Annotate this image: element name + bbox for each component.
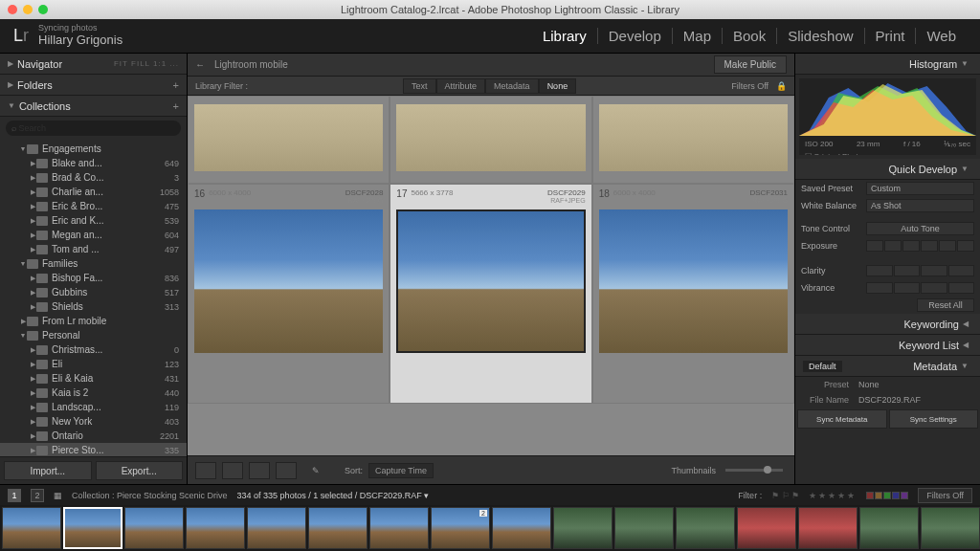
quick-develop-header[interactable]: Quick Develop▼	[795, 159, 980, 180]
filmstrip-thumb[interactable]	[186, 507, 245, 549]
filmstrip-thumb[interactable]	[2, 507, 61, 549]
lock-icon[interactable]: 🔒	[776, 81, 787, 91]
collapse-arrow-icon[interactable]: ▼	[8, 101, 15, 110]
screen-1-button[interactable]: 1	[8, 489, 21, 502]
screen-2-button[interactable]: 2	[31, 489, 44, 502]
collection-item[interactable]: ▶New York403	[0, 414, 187, 429]
collection-item[interactable]: ▶Bishop Fa...836	[0, 271, 187, 285]
painter-icon[interactable]: ✎	[312, 466, 320, 475]
sync-metadata-button[interactable]: Sync Metadata	[797, 409, 887, 429]
collections-header[interactable]: ▼ Collections +	[0, 96, 187, 117]
filename-field[interactable]: DSCF2029.RAF	[855, 394, 974, 406]
collection-item[interactable]: ▶Brad & Co...3	[0, 170, 187, 185]
collection-item[interactable]: ▶Eli & Kaia431	[0, 371, 187, 386]
sync-settings-button[interactable]: Sync Settings	[889, 409, 979, 429]
rating-filter[interactable]: ★★★★★	[809, 491, 857, 500]
collection-item[interactable]: ▶Megan an...604	[0, 228, 187, 242]
photo-thumbnail[interactable]	[194, 104, 383, 171]
metadata-set-dropdown[interactable]: Default	[803, 361, 842, 372]
filter-tab-none[interactable]: None	[539, 78, 577, 94]
loupe-view-icon[interactable]	[222, 462, 243, 479]
collection-item[interactable]: ▶Christmas...0	[0, 342, 187, 357]
filmstrip-thumb[interactable]	[553, 507, 612, 549]
filmstrip-thumb[interactable]	[369, 507, 429, 549]
module-develop[interactable]: Develop	[598, 28, 673, 44]
histogram-display[interactable]: ISO 200 23 mm f / 16 ¹⁄₁₇₀ sec ☐ Origina…	[799, 78, 976, 155]
import-button[interactable]: Import...	[4, 461, 92, 480]
breadcrumb-text[interactable]: Lightroom mobile	[214, 59, 288, 70]
module-book[interactable]: Book	[723, 28, 777, 44]
collection-item[interactable]: ▶Tom and ...497	[0, 242, 187, 256]
grid-icon[interactable]: ▦	[54, 491, 62, 500]
collection-search-input[interactable]: ⌕ Search	[6, 121, 181, 136]
collection-path[interactable]: Collection : Pierce Stocking Scenic Driv…	[72, 491, 228, 500]
reset-all-button[interactable]: Reset All	[917, 298, 974, 312]
filmstrip-thumb[interactable]	[492, 507, 551, 549]
collection-item[interactable]: ▼Engagements	[0, 142, 187, 156]
survey-view-icon[interactable]	[276, 462, 297, 479]
compare-view-icon[interactable]	[249, 462, 270, 479]
filmstrip-thumb[interactable]	[124, 507, 184, 549]
grid-cell[interactable]	[592, 96, 794, 184]
filmstrip-thumb[interactable]	[676, 507, 735, 549]
collection-item[interactable]: ▶Landscap...119	[0, 400, 187, 414]
wb-dropdown[interactable]: As Shot	[866, 199, 974, 212]
module-web[interactable]: Web	[916, 28, 967, 44]
filmstrip-thumb[interactable]	[63, 507, 122, 549]
collection-item[interactable]: ▼Personal	[0, 328, 187, 342]
module-map[interactable]: Map	[673, 28, 723, 44]
color-label-filter[interactable]	[866, 492, 908, 499]
filters-off-toggle[interactable]: Filters Off	[731, 81, 768, 91]
collection-item[interactable]: ▶Eric & Bro...475	[0, 199, 187, 213]
sort-dropdown[interactable]: Capture Time	[368, 463, 434, 478]
export-button[interactable]: Export...	[96, 461, 184, 480]
add-collection-icon[interactable]: +	[173, 100, 179, 112]
flag-filter-icon[interactable]: ⚑ ⚐ ⚑	[771, 491, 799, 500]
grid-cell[interactable]	[188, 96, 390, 184]
add-folder-icon[interactable]: +	[173, 79, 179, 91]
identity-plate[interactable]: Syncing photos Hillary Grigonis	[38, 24, 122, 47]
filmstrip-thumb[interactable]	[247, 507, 306, 549]
filmstrip[interactable]: 2	[0, 505, 980, 551]
collapse-arrow-icon[interactable]: ▼	[961, 59, 969, 68]
filmstrip-thumb[interactable]	[737, 507, 796, 549]
histogram-header[interactable]: Histogram ▼	[795, 54, 980, 75]
filters-off-button[interactable]: Filters Off	[918, 488, 972, 503]
grid-cell[interactable]: 175666 x 3778DSCF2029RAF+JPEG	[390, 184, 591, 404]
keywording-header[interactable]: Keywording◀	[795, 314, 980, 335]
collection-item[interactable]: ▶Ontario2201	[0, 429, 187, 443]
expand-arrow-icon[interactable]: ▶	[8, 80, 13, 89]
module-print[interactable]: Print	[865, 28, 917, 44]
back-arrow-icon[interactable]: ←	[195, 59, 205, 70]
filmstrip-thumb[interactable]	[614, 507, 674, 549]
collection-item[interactable]: ▶Kaia is 2440	[0, 386, 187, 400]
folders-header[interactable]: ▶ Folders +	[0, 75, 187, 96]
collection-item[interactable]: ▶Eric and K...539	[0, 213, 187, 228]
filmstrip-thumb[interactable]	[308, 507, 368, 549]
maximize-window-icon[interactable]	[38, 5, 48, 14]
photo-thumbnail[interactable]	[396, 104, 585, 171]
expand-arrow-icon[interactable]: ▶	[8, 59, 13, 68]
filter-tab-attribute[interactable]: Attribute	[436, 78, 486, 94]
grid-cell[interactable]: 186000 x 4000DSCF2031RAF+JPEG	[592, 184, 794, 404]
keyword-list-header[interactable]: Keyword List◀	[795, 335, 980, 356]
close-window-icon[interactable]	[8, 5, 17, 14]
metadata-header[interactable]: DefaultMetadata▼	[795, 356, 980, 377]
auto-tone-button[interactable]: Auto Tone	[866, 222, 974, 235]
collection-item[interactable]: ▶Shields313	[0, 299, 187, 314]
make-public-button[interactable]: Make Public	[714, 55, 787, 74]
preset-dropdown[interactable]: Custom	[866, 182, 974, 195]
module-library[interactable]: Library	[532, 28, 598, 44]
filmstrip-thumb[interactable]	[921, 507, 980, 549]
filmstrip-thumb[interactable]	[798, 507, 858, 549]
collection-item[interactable]: ▶Gubbins517	[0, 285, 187, 299]
grid-view-icon[interactable]	[195, 462, 216, 479]
checkbox-icon[interactable]: ☐	[805, 152, 812, 155]
grid-cell[interactable]	[390, 96, 591, 184]
grid-cell[interactable]: 166000 x 4000DSCF2028RAF+JPEG	[188, 184, 390, 404]
collection-item[interactable]: ▶Eli123	[0, 357, 187, 371]
photo-thumbnail[interactable]	[194, 209, 383, 353]
collection-item[interactable]: ▶Charlie an...1058	[0, 185, 187, 199]
thumbnail-size-slider[interactable]	[725, 469, 783, 472]
minimize-window-icon[interactable]	[23, 5, 33, 14]
